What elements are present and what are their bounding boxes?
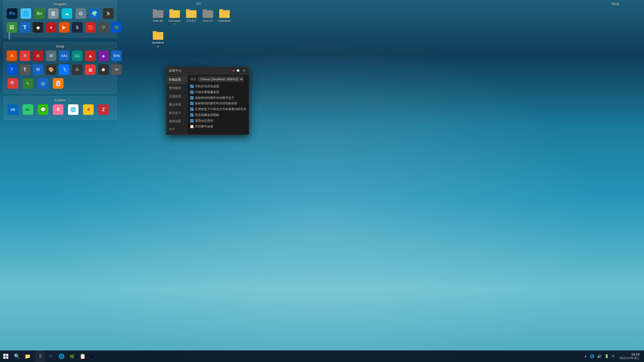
tray-up-arrow[interactable]: ∧ [583,354,588,359]
icon-feishu[interactable]: 飞 [58,64,70,76]
dt-group-label: DT [151,2,247,6]
folder-label-data0: Data (0) [153,19,163,23]
dialog-titlebar: 设置中心 ♥ 💬 ✕ [166,67,249,75]
sidebar-magic[interactable]: 精灵盒子 [166,109,188,117]
taskbar-word-icon[interactable]: W [46,350,56,362]
icon-search2[interactable]: 🔍 [6,77,20,90]
icon-gplus[interactable]: G+ [33,8,46,20]
icon-zotero[interactable]: Z [96,104,110,116]
checkbox-innerfile-input[interactable] [190,108,194,111]
comment-button[interactable]: 💬 [236,68,240,73]
icon-sg[interactable]: S>G [110,50,123,63]
icon-trello[interactable]: T [6,64,18,76]
icon-gravity[interactable]: ▽ [97,21,109,34]
taskbar-misc2-icon[interactable]: 📋 [77,350,88,362]
icon-scissors[interactable]: ✂ [110,64,123,76]
tray-ime-icon[interactable]: 中 [611,354,616,359]
checkbox-dynamic-input[interactable] [190,119,194,122]
icon-grid[interactable]: ▦ [84,64,96,76]
icon-unity[interactable]: ◆ [32,21,44,34]
explore-group-label: Explore [6,98,115,102]
icon-wechat[interactable]: 💬 [36,104,50,116]
folder-document[interactable]: Document [168,7,182,27]
icon-typora[interactable]: T [19,21,31,34]
taskbar-clock[interactable]: 19:19 2022/11/09 周三 [617,352,642,360]
checkbox-dynamic: 黄昏动态壁纸 [190,119,246,123]
icon-win-settings[interactable]: ⚙ [74,8,87,20]
sidebar-general[interactable]: 常规设置 [166,76,188,84]
icon-steam[interactable]: S [71,21,83,34]
icon-vscode[interactable]: VS [6,104,20,116]
close-button[interactable]: ✕ [242,68,246,73]
icon-imageviewer[interactable]: 🖼 [6,21,18,34]
checkbox-hwaccel-label: 开启硬件加速 [195,124,213,129]
icon-maven[interactable]: ♦ [45,21,57,34]
checkbox-music-input[interactable] [190,113,194,117]
icon-mouse[interactable]: 🖱 [102,8,115,20]
folder-label-document: Document [168,19,181,26]
checkbox-hover-input[interactable] [190,96,194,100]
tray-battery-icon[interactable]: 🔋 [603,354,610,359]
sidebar-theme[interactable]: 主题设置 [166,92,188,101]
language-select[interactable]: Chinese (Simplified) / 简体中文 English [198,77,244,82]
folder-download[interactable]: Download [217,7,232,27]
icon-mindmanager[interactable]: M [32,64,44,76]
tray-network-icon[interactable]: 🌐 [589,354,595,359]
icon-caj[interactable]: CAJ [58,50,70,63]
icon-sourcetree[interactable]: 🌿 [110,21,123,34]
folder-data0[interactable]: Data (0) [151,7,165,27]
taskbar-misc1-icon[interactable]: 🌿 [67,350,77,362]
tray-volume-icon[interactable]: 🔊 [596,354,602,359]
icon-obs[interactable]: ⏺ [97,64,109,76]
icon-anki[interactable]: A [6,50,18,63]
icon-bilibili[interactable]: B [51,104,65,116]
checkbox-hwaccel-input[interactable] [190,125,194,128]
icon-rainmeter[interactable]: ☁ [61,8,73,20]
icon-xmind[interactable]: ✕ [19,50,31,63]
checkbox-boot-label: 开机自动启动桌面 [195,84,219,88]
icon-photoshop[interactable]: Ps [6,8,19,20]
study-group: Study A ✕ A ✉ CAJ CC [4,42,117,94]
start-button[interactable] [0,350,12,362]
checkbox-autotab-input[interactable] [190,102,194,105]
icon-pycharm[interactable]: PC [21,104,35,116]
icon-pytools[interactable]: 🔴 [84,21,96,34]
windows-logo-icon [3,354,8,359]
sidebar-location[interactable]: 魔位布局 [166,101,188,109]
taskbar-chrome-icon[interactable]: 🌐 [56,350,67,362]
icon-gems[interactable]: ◈ [97,50,109,63]
svg-rect-4 [186,10,197,18]
icon-earth[interactable]: 🌍 [88,8,101,20]
sidebar-advanced[interactable]: 高级设置 [166,117,188,125]
taskbar-steam-icon[interactable]: S [35,350,46,362]
icon-potplayer[interactable]: ▶ [58,21,70,34]
icon-pingpong[interactable]: 🏓 [81,104,95,116]
icon-acrobat[interactable]: A [32,50,44,63]
icon-recycle[interactable]: 🗑 [47,8,60,20]
icon-cards[interactable]: 🃏 [51,77,65,90]
taskbar-files-icon[interactable]: 📁 [22,350,33,362]
icon-ig[interactable]: G [71,64,83,76]
folder-multimedia[interactable]: MultiMedia [151,29,165,49]
checkbox-taskbar-input[interactable] [190,90,194,94]
icon-chrome[interactable]: 🌐 [66,104,80,116]
icon-arras[interactable]: ▲ [84,50,96,63]
icon-browser-ext[interactable]: 🌐 [20,8,32,20]
icon-classin[interactable]: CC [71,50,83,63]
program-group: Program Ps 🌐 G+ 🗑 [4,0,117,37]
icon-pixelart[interactable]: 🎨 [45,64,57,76]
folder-study[interactable]: STUDY [184,7,198,27]
sidebar-rules[interactable]: 整理规则 [166,84,188,92]
heart-icon[interactable]: ♥ [232,69,234,73]
svg-rect-0 [153,10,163,18]
taskbar-misc3-icon[interactable]: 🖊 [88,350,98,362]
sidebar-about[interactable]: 关于 [166,125,188,134]
folder-tech[interactable]: Tech (T) [201,7,215,27]
icon-mail[interactable]: ✉ [45,50,57,63]
icon-circle[interactable]: ◎ [36,77,50,90]
taskbar-search-icon[interactable]: 🔍 [12,350,22,362]
checkbox-boot-input[interactable] [190,85,194,88]
icon-typora3[interactable]: T [19,64,31,76]
dialog-controls: ♥ 💬 ✕ [232,68,246,73]
icon-cursor[interactable]: ↖ [21,77,35,90]
